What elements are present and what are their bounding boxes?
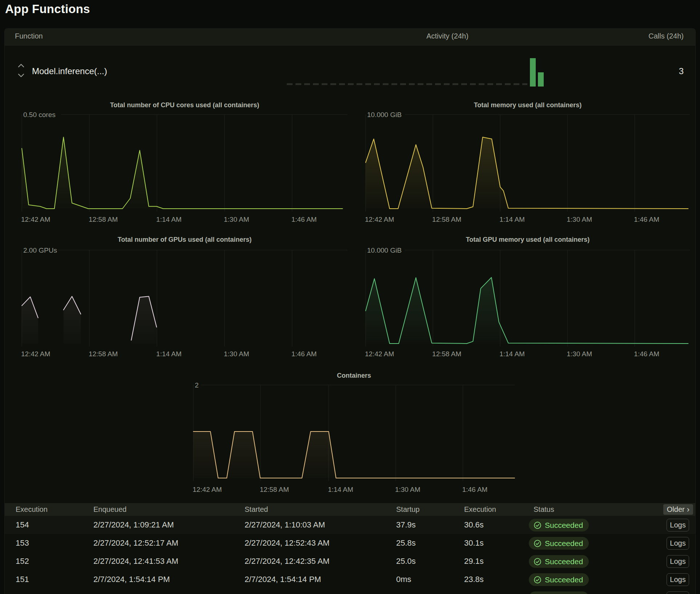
executions-table-header: Execution Enqueued Started Startup Execu… <box>5 503 695 516</box>
x-tick-label: 12:42 AM <box>365 216 394 223</box>
execution-row[interactable]: 1522/27/2024, 12:41:53 AM2/27/2024, 12:4… <box>5 552 695 570</box>
enqueued-cell: 2/27/2024, 12:41:53 AM <box>93 557 178 566</box>
x-tick-label: 12:58 AM <box>89 350 118 358</box>
x-tick-label: 1:30 AM <box>224 216 249 223</box>
enqueued-cell: 2/7/2024, 1:54:14 PM <box>93 575 170 584</box>
y-axis-max-label: 2.00 GPUs <box>23 246 57 254</box>
status-badge-label: Succeeded <box>545 521 583 530</box>
x-tick-label: 12:42 AM <box>21 350 50 358</box>
status-badge-label: Succeeded <box>545 539 583 548</box>
started-cell: 2/27/2024, 12:52:43 AM <box>245 538 330 548</box>
x-tick-label: 1:46 AM <box>291 350 317 358</box>
x-tick-label: 1:14 AM <box>499 216 525 223</box>
chart-svg-gpu_memory: 12:42 AM12:58 AM1:14 AM1:30 AM1:46 AM10.… <box>362 233 698 360</box>
column-header-startup: Startup <box>396 505 419 514</box>
chart-svg-containers: 12:42 AM12:58 AM1:14 AM1:30 AM1:46 AM2Co… <box>153 369 520 498</box>
x-tick-label: 12:58 AM <box>89 216 118 223</box>
started-cell: 2/27/2024, 12:42:35 AM <box>245 557 330 566</box>
chart-title: Total number of GPUs used (all container… <box>118 236 252 243</box>
column-header-enqueued: Enqueued <box>93 505 126 514</box>
y-axis-max-label: 10.000 GiB <box>367 246 402 254</box>
chart-cpu-cores: 12:42 AM12:58 AM1:14 AM1:30 AM1:46 AM0.5… <box>15 99 357 227</box>
chevron-right-icon: › <box>687 505 689 514</box>
execution-row[interactable]: 1542/27/2024, 1:09:21 AM2/27/2024, 1:10:… <box>5 516 695 534</box>
logs-button[interactable]: Logs <box>667 591 689 594</box>
activity-bar <box>538 72 544 87</box>
calls-value: 3 <box>679 66 684 76</box>
startup-cell: 25.8s <box>396 538 416 548</box>
column-header-calls: Calls (24h) <box>648 32 684 40</box>
x-tick-label: 1:30 AM <box>224 350 249 358</box>
logs-button[interactable]: Logs <box>667 573 689 586</box>
older-button[interactable]: Older › <box>663 504 693 515</box>
chart-gpu-memory: 12:42 AM12:58 AM1:14 AM1:30 AM1:46 AM10.… <box>362 233 698 362</box>
x-tick-label: 12:42 AM <box>21 216 50 223</box>
function-row[interactable]: Model.inference(...) 3 <box>5 45 695 98</box>
logs-button[interactable]: Logs <box>667 537 689 550</box>
y-axis-max-label: 10.000 GiB <box>367 111 402 119</box>
chart-svg-cpu: 12:42 AM12:58 AM1:14 AM1:30 AM1:46 AM0.5… <box>15 99 357 226</box>
execution-id-cell: 152 <box>16 557 29 566</box>
execution-duration-cell: 23.8s <box>464 575 484 584</box>
column-header-function: Function <box>15 32 43 40</box>
enqueued-cell: 2/27/2024, 1:09:21 AM <box>93 520 174 530</box>
execution-row[interactable]: SucceededLogs <box>5 589 695 594</box>
x-tick-label: 12:42 AM <box>365 350 394 358</box>
functions-panel: Function Activity (24h) Calls (24h) Mode… <box>4 28 696 594</box>
check-circle-icon <box>534 539 542 547</box>
chart-gpus: 12:42 AM12:58 AM1:14 AM1:30 AM1:46 AM2.0… <box>15 233 357 362</box>
chart-svg-memory: 12:42 AM12:58 AM1:14 AM1:30 AM1:46 AM10.… <box>362 99 698 226</box>
check-circle-icon <box>534 576 542 584</box>
execution-id-cell: 154 <box>16 520 29 530</box>
x-tick-label: 1:46 AM <box>462 486 488 493</box>
check-circle-icon <box>534 521 542 529</box>
execution-row[interactable]: 1512/7/2024, 1:54:14 PM2/7/2024, 1:54:14… <box>5 570 695 589</box>
x-tick-label: 1:30 AM <box>567 350 592 358</box>
x-tick-label: 1:14 AM <box>156 216 182 223</box>
check-circle-icon <box>534 558 542 566</box>
executions-table: Execution Enqueued Started Startup Execu… <box>5 503 695 594</box>
startup-cell: 25.0s <box>396 557 416 566</box>
column-header-started: Started <box>245 505 268 514</box>
execution-duration-cell: 30.1s <box>464 538 484 548</box>
logs-button[interactable]: Logs <box>667 519 689 531</box>
functions-panel-header: Function Activity (24h) Calls (24h) <box>5 29 695 45</box>
enqueued-cell: 2/27/2024, 12:52:17 AM <box>93 538 178 548</box>
execution-id-cell: 151 <box>16 575 29 584</box>
chevron-down-icon <box>17 73 25 78</box>
status-badge: Succeeded <box>529 519 589 531</box>
older-button-label: Older <box>667 504 685 515</box>
chart-svg-gpus: 12:42 AM12:58 AM1:14 AM1:30 AM1:46 AM2.0… <box>15 233 357 360</box>
status-badge: Succeeded <box>529 537 589 550</box>
function-name: Model.inference(...) <box>32 66 107 76</box>
x-tick-label: 1:46 AM <box>291 216 317 223</box>
x-tick-label: 1:14 AM <box>328 486 353 493</box>
status-badge: Succeeded <box>529 573 589 586</box>
execution-duration-cell: 29.1s <box>464 557 484 566</box>
execution-id-cell: 153 <box>16 538 29 548</box>
execution-duration-cell: 30.6s <box>464 520 484 530</box>
startup-cell: 37.9s <box>396 520 416 530</box>
status-badge-label: Succeeded <box>545 557 583 566</box>
column-header-execution-id: Execution <box>16 505 48 514</box>
column-header-activity: Activity (24h) <box>375 32 520 40</box>
y-axis-max-label: 2 <box>195 381 199 389</box>
execution-row[interactable]: 1532/27/2024, 12:52:17 AM2/27/2024, 12:5… <box>5 534 695 552</box>
x-tick-label: 1:46 AM <box>634 216 659 223</box>
x-tick-label: 12:58 AM <box>432 216 461 223</box>
chart-containers: 12:42 AM12:58 AM1:14 AM1:30 AM1:46 AM2Co… <box>153 369 520 500</box>
chart-title: Total GPU memory used (all containers) <box>466 236 590 243</box>
x-tick-label: 12:58 AM <box>260 486 289 493</box>
chart-title: Total memory used (all containers) <box>474 101 582 109</box>
x-tick-label: 1:30 AM <box>567 216 592 223</box>
x-tick-label: 12:58 AM <box>432 350 461 358</box>
activity-baseline-dashes <box>287 83 527 85</box>
chart-title: Containers <box>337 372 371 379</box>
chart-title: Total number of CPU cores used (all cont… <box>110 101 260 109</box>
startup-cell: 0ms <box>396 575 411 584</box>
x-tick-label: 1:14 AM <box>156 350 182 358</box>
started-cell: 2/7/2024, 1:54:14 PM <box>245 575 321 584</box>
logs-button[interactable]: Logs <box>667 555 689 568</box>
expand-collapse-control[interactable] <box>17 62 25 79</box>
x-tick-label: 1:30 AM <box>395 486 421 493</box>
